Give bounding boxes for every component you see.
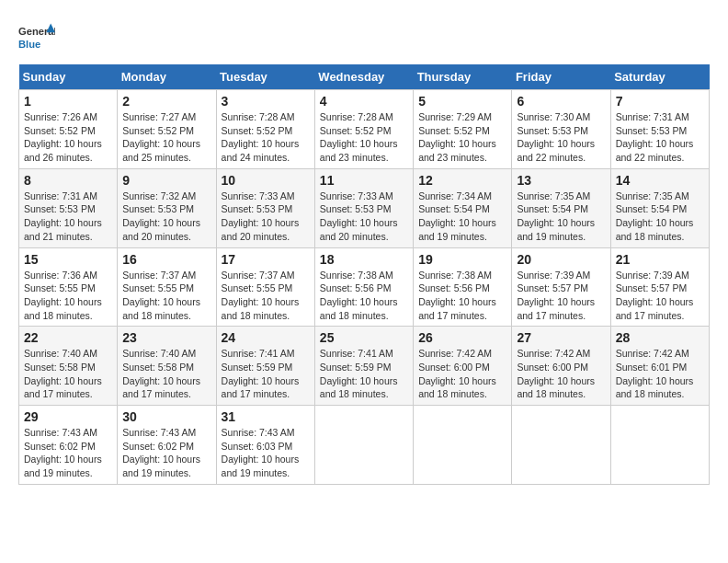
day-cell-9: 9 Sunrise: 7:32 AM Sunset: 5:53 PM Dayli… — [118, 168, 216, 247]
day-detail: Sunrise: 7:35 AM Sunset: 5:54 PM Dayligh… — [517, 190, 605, 244]
day-detail: Sunrise: 7:33 AM Sunset: 5:53 PM Dayligh… — [320, 190, 408, 244]
day-cell-4: 4 Sunrise: 7:28 AM Sunset: 5:52 PM Dayli… — [314, 90, 413, 169]
day-cell-27: 27 Sunrise: 7:42 AM Sunset: 6:00 PM Dayl… — [512, 327, 610, 406]
day-detail: Sunrise: 7:42 AM Sunset: 6:00 PM Dayligh… — [517, 347, 605, 401]
day-detail: Sunrise: 7:31 AM Sunset: 5:53 PM Dayligh… — [616, 110, 704, 165]
day-number: 1 — [24, 94, 112, 109]
day-number: 10 — [222, 173, 310, 188]
day-detail: Sunrise: 7:41 AM Sunset: 5:59 PM Dayligh… — [320, 347, 408, 401]
day-cell-11: 11 Sunrise: 7:33 AM Sunset: 5:53 PM Dayl… — [314, 168, 413, 247]
day-number: 18 — [320, 252, 408, 267]
day-detail: Sunrise: 7:35 AM Sunset: 5:54 PM Dayligh… — [616, 190, 704, 244]
day-detail: Sunrise: 7:28 AM Sunset: 5:52 PM Dayligh… — [320, 110, 408, 165]
day-number: 23 — [122, 330, 210, 345]
empty-cell — [610, 406, 709, 485]
day-detail: Sunrise: 7:33 AM Sunset: 5:53 PM Dayligh… — [222, 190, 310, 244]
day-detail: Sunrise: 7:40 AM Sunset: 5:58 PM Dayligh… — [122, 347, 210, 401]
day-header-wednesday: Wednesday — [314, 64, 413, 90]
day-detail: Sunrise: 7:30 AM Sunset: 5:53 PM Dayligh… — [517, 110, 605, 165]
logo: General Blue — [18, 18, 55, 55]
day-number: 19 — [418, 252, 506, 267]
day-cell-6: 6 Sunrise: 7:30 AM Sunset: 5:53 PM Dayli… — [512, 90, 610, 169]
week-row-4: 22 Sunrise: 7:40 AM Sunset: 5:58 PM Dayl… — [19, 327, 710, 406]
header: General Blue — [18, 18, 710, 55]
day-detail: Sunrise: 7:43 AM Sunset: 6:03 PM Dayligh… — [222, 426, 310, 480]
calendar-table: SundayMondayTuesdayWednesdayThursdayFrid… — [18, 64, 710, 485]
day-number: 17 — [222, 252, 310, 267]
day-header-sunday: Sunday — [19, 64, 118, 90]
day-cell-8: 8 Sunrise: 7:31 AM Sunset: 5:53 PM Dayli… — [19, 168, 118, 247]
day-number: 15 — [24, 252, 112, 267]
day-number: 30 — [122, 409, 210, 424]
day-detail: Sunrise: 7:29 AM Sunset: 5:52 PM Dayligh… — [418, 110, 506, 165]
day-cell-10: 10 Sunrise: 7:33 AM Sunset: 5:53 PM Dayl… — [216, 168, 314, 247]
day-cell-21: 21 Sunrise: 7:39 AM Sunset: 5:57 PM Dayl… — [610, 247, 709, 327]
day-detail: Sunrise: 7:32 AM Sunset: 5:53 PM Dayligh… — [122, 190, 210, 244]
day-cell-15: 15 Sunrise: 7:36 AM Sunset: 5:55 PM Dayl… — [19, 247, 118, 327]
day-cell-16: 16 Sunrise: 7:37 AM Sunset: 5:55 PM Dayl… — [118, 247, 216, 327]
day-cell-19: 19 Sunrise: 7:38 AM Sunset: 5:56 PM Dayl… — [414, 247, 512, 327]
day-number: 9 — [122, 173, 210, 188]
day-detail: Sunrise: 7:39 AM Sunset: 5:57 PM Dayligh… — [517, 269, 605, 323]
day-header-thursday: Thursday — [414, 64, 512, 90]
empty-cell — [414, 406, 512, 485]
day-detail: Sunrise: 7:28 AM Sunset: 5:52 PM Dayligh… — [222, 110, 310, 165]
week-row-2: 8 Sunrise: 7:31 AM Sunset: 5:53 PM Dayli… — [19, 168, 710, 247]
day-header-tuesday: Tuesday — [216, 64, 314, 90]
day-cell-14: 14 Sunrise: 7:35 AM Sunset: 5:54 PM Dayl… — [610, 168, 709, 247]
day-number: 13 — [517, 173, 605, 188]
day-cell-25: 25 Sunrise: 7:41 AM Sunset: 5:59 PM Dayl… — [314, 327, 413, 406]
day-number: 21 — [616, 252, 704, 267]
day-number: 28 — [616, 330, 704, 345]
day-number: 12 — [418, 173, 506, 188]
day-detail: Sunrise: 7:42 AM Sunset: 6:00 PM Dayligh… — [418, 347, 506, 401]
day-cell-17: 17 Sunrise: 7:37 AM Sunset: 5:55 PM Dayl… — [216, 247, 314, 327]
day-number: 31 — [222, 409, 310, 424]
day-cell-12: 12 Sunrise: 7:34 AM Sunset: 5:54 PM Dayl… — [414, 168, 512, 247]
svg-text:Blue: Blue — [18, 39, 40, 50]
day-detail: Sunrise: 7:37 AM Sunset: 5:55 PM Dayligh… — [122, 269, 210, 323]
day-number: 22 — [24, 330, 112, 345]
day-detail: Sunrise: 7:34 AM Sunset: 5:54 PM Dayligh… — [418, 190, 506, 244]
day-number: 26 — [418, 330, 506, 345]
day-number: 29 — [24, 409, 112, 424]
day-header-friday: Friday — [512, 64, 610, 90]
day-number: 11 — [320, 173, 408, 188]
day-detail: Sunrise: 7:39 AM Sunset: 5:57 PM Dayligh… — [616, 269, 704, 323]
day-header-saturday: Saturday — [610, 64, 709, 90]
day-number: 14 — [616, 173, 704, 188]
day-cell-26: 26 Sunrise: 7:42 AM Sunset: 6:00 PM Dayl… — [414, 327, 512, 406]
day-detail: Sunrise: 7:43 AM Sunset: 6:02 PM Dayligh… — [122, 426, 210, 480]
day-number: 4 — [320, 94, 408, 109]
day-cell-30: 30 Sunrise: 7:43 AM Sunset: 6:02 PM Dayl… — [118, 406, 216, 485]
day-detail: Sunrise: 7:26 AM Sunset: 5:52 PM Dayligh… — [24, 110, 112, 165]
day-cell-20: 20 Sunrise: 7:39 AM Sunset: 5:57 PM Dayl… — [512, 247, 610, 327]
day-number: 27 — [517, 330, 605, 345]
day-detail: Sunrise: 7:40 AM Sunset: 5:58 PM Dayligh… — [24, 347, 112, 401]
day-detail: Sunrise: 7:27 AM Sunset: 5:52 PM Dayligh… — [122, 110, 210, 165]
day-detail: Sunrise: 7:38 AM Sunset: 5:56 PM Dayligh… — [320, 269, 408, 323]
day-cell-24: 24 Sunrise: 7:41 AM Sunset: 5:59 PM Dayl… — [216, 327, 314, 406]
day-cell-13: 13 Sunrise: 7:35 AM Sunset: 5:54 PM Dayl… — [512, 168, 610, 247]
days-header-row: SundayMondayTuesdayWednesdayThursdayFrid… — [19, 64, 710, 90]
day-cell-23: 23 Sunrise: 7:40 AM Sunset: 5:58 PM Dayl… — [118, 327, 216, 406]
day-number: 2 — [122, 94, 210, 109]
day-number: 6 — [517, 94, 605, 109]
empty-cell — [512, 406, 610, 485]
day-detail: Sunrise: 7:42 AM Sunset: 6:01 PM Dayligh… — [616, 347, 704, 401]
day-number: 20 — [517, 252, 605, 267]
day-detail: Sunrise: 7:36 AM Sunset: 5:55 PM Dayligh… — [24, 269, 112, 323]
day-number: 3 — [222, 94, 310, 109]
day-cell-7: 7 Sunrise: 7:31 AM Sunset: 5:53 PM Dayli… — [610, 90, 709, 169]
day-cell-3: 3 Sunrise: 7:28 AM Sunset: 5:52 PM Dayli… — [216, 90, 314, 169]
day-detail: Sunrise: 7:43 AM Sunset: 6:02 PM Dayligh… — [24, 426, 112, 480]
week-row-5: 29 Sunrise: 7:43 AM Sunset: 6:02 PM Dayl… — [19, 406, 710, 485]
day-cell-22: 22 Sunrise: 7:40 AM Sunset: 5:58 PM Dayl… — [19, 327, 118, 406]
day-cell-5: 5 Sunrise: 7:29 AM Sunset: 5:52 PM Dayli… — [414, 90, 512, 169]
day-cell-1: 1 Sunrise: 7:26 AM Sunset: 5:52 PM Dayli… — [19, 90, 118, 169]
week-row-3: 15 Sunrise: 7:36 AM Sunset: 5:55 PM Dayl… — [19, 247, 710, 327]
week-row-1: 1 Sunrise: 7:26 AM Sunset: 5:52 PM Dayli… — [19, 90, 710, 169]
day-cell-28: 28 Sunrise: 7:42 AM Sunset: 6:01 PM Dayl… — [610, 327, 709, 406]
day-detail: Sunrise: 7:38 AM Sunset: 5:56 PM Dayligh… — [418, 269, 506, 323]
day-detail: Sunrise: 7:41 AM Sunset: 5:59 PM Dayligh… — [222, 347, 310, 401]
